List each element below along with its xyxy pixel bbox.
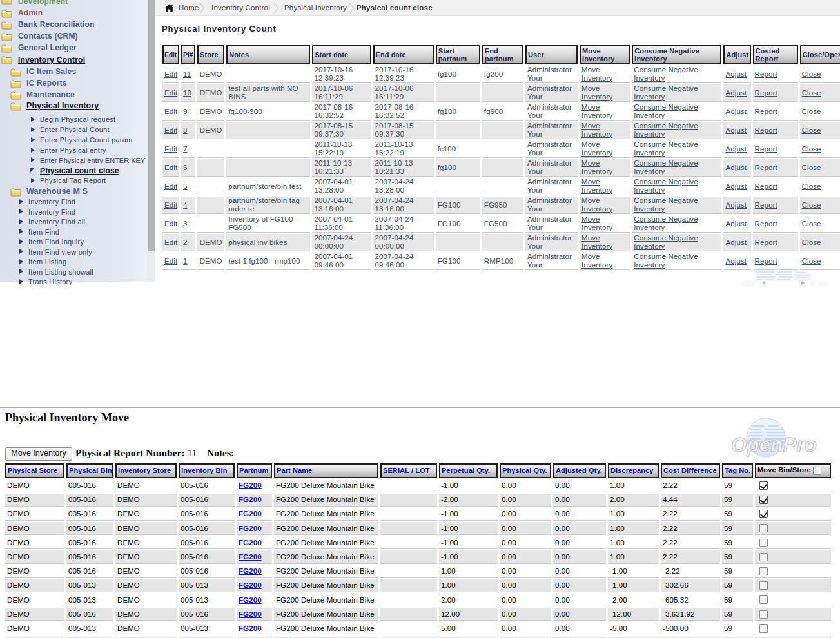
svg-text:OpenPro: OpenPro — [731, 433, 817, 456]
